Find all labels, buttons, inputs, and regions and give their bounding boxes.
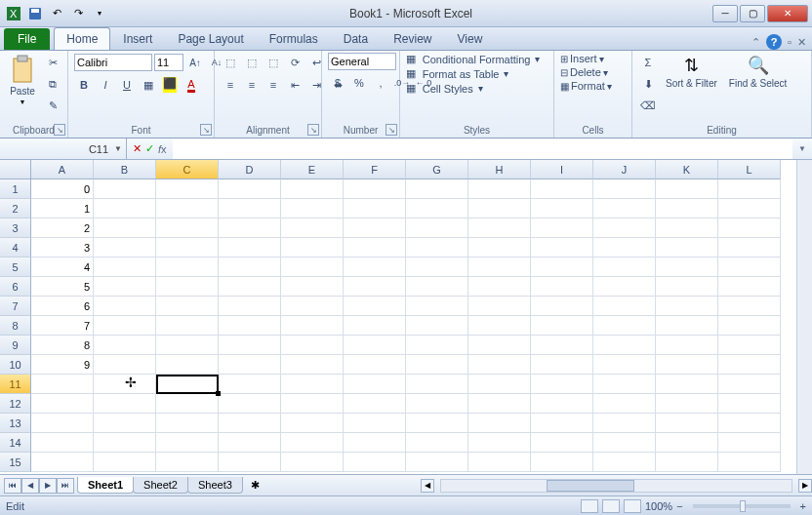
cell-I9[interactable] [531,336,593,355]
cell-D15[interactable] [219,453,281,472]
hscroll-left[interactable]: ◀ [421,479,434,493]
column-header-E[interactable]: E [281,160,344,179]
clipboard-launcher[interactable]: ↘ [54,124,65,136]
cell-K12[interactable] [656,394,718,414]
format-as-table-button[interactable]: ▦ Format as Table ▾ [406,67,508,80]
tab-data[interactable]: Data [331,27,381,50]
cell-F5[interactable] [344,258,406,277]
cell-I11[interactable] [531,375,593,394]
cell-K15[interactable] [656,453,718,472]
select-all-corner[interactable] [0,160,31,179]
fill-handle[interactable] [216,391,221,396]
fx-icon[interactable]: fx [158,143,167,155]
cell-J4[interactable] [593,238,656,258]
cell-E15[interactable] [281,453,344,472]
zoom-thumb[interactable] [740,500,746,512]
cell-H11[interactable] [468,375,531,394]
cell-F4[interactable] [344,238,406,258]
cell-D12[interactable] [219,394,281,414]
redo-icon[interactable]: ↷ [68,4,88,23]
cell-E10[interactable] [281,355,344,375]
cell-D14[interactable] [219,433,281,453]
insert-sheet-icon[interactable]: ✱ [247,478,264,494]
cell-E3[interactable] [281,218,344,238]
cell-A8[interactable]: 7 [31,316,94,336]
underline-button[interactable]: U [117,75,137,95]
number-format-select[interactable] [328,53,396,70]
cell-J12[interactable] [593,394,656,414]
enter-formula-icon[interactable]: ✓ [145,142,154,155]
cell-J1[interactable] [593,179,656,199]
cell-B11[interactable] [94,375,156,394]
cell-K7[interactable] [656,297,718,316]
restore-window-icon[interactable]: ▫ [788,36,792,48]
cell-J8[interactable] [593,316,656,336]
cell-G9[interactable] [406,336,468,355]
cell-I3[interactable] [531,218,593,238]
file-tab[interactable]: File [4,28,50,50]
page-layout-view-icon[interactable] [602,499,620,513]
row-header-4[interactable]: 4 [0,238,31,258]
cell-E2[interactable] [281,199,344,218]
sort-filter-button[interactable]: ⇅ Sort & Filter [662,53,721,91]
cell-B14[interactable] [94,433,156,453]
font-launcher[interactable]: ↘ [200,124,212,136]
align-bottom-icon[interactable]: ⬚ [264,53,283,72]
cell-C13[interactable] [156,414,219,433]
cell-L10[interactable] [718,355,781,375]
cell-C11[interactable] [156,375,219,394]
cell-E13[interactable] [281,414,344,433]
row-header-8[interactable]: 8 [0,316,31,336]
cell-L2[interactable] [718,199,781,218]
tab-view[interactable]: View [445,27,496,50]
cell-L1[interactable] [718,179,781,199]
find-select-button[interactable]: 🔍 Find & Select [725,53,791,91]
cell-B3[interactable] [94,218,156,238]
italic-button[interactable]: I [96,75,115,95]
cell-I5[interactable] [531,258,593,277]
cell-H13[interactable] [468,414,531,433]
cell-D13[interactable] [219,414,281,433]
font-color-icon[interactable]: A [182,75,201,95]
cell-D10[interactable] [219,355,281,375]
vertical-scrollbar[interactable] [796,160,812,474]
cell-D7[interactable] [219,297,281,316]
cell-K8[interactable] [656,316,718,336]
save-icon[interactable] [25,4,45,23]
cell-E11[interactable] [281,375,344,394]
cell-A1[interactable]: 0 [31,179,94,199]
border-icon[interactable]: ▦ [139,75,158,95]
name-box-dropdown-icon[interactable]: ▼ [114,144,122,153]
cell-D8[interactable] [219,316,281,336]
cell-E8[interactable] [281,316,344,336]
cell-K4[interactable] [656,238,718,258]
cell-H8[interactable] [468,316,531,336]
cell-J3[interactable] [593,218,656,238]
hscroll-right[interactable]: ▶ [798,479,812,493]
fill-color-icon[interactable]: ⬛ [160,75,180,95]
expand-formula-bar-icon[interactable]: ▼ [792,144,812,153]
cell-H2[interactable] [468,199,531,218]
horizontal-scrollbar[interactable] [440,479,792,493]
cell-I14[interactable] [531,433,593,453]
cell-E1[interactable] [281,179,344,199]
page-break-view-icon[interactable] [624,499,641,513]
cell-I8[interactable] [531,316,593,336]
cell-D1[interactable] [219,179,281,199]
zoom-out-button[interactable]: − [676,500,682,512]
autosum-icon[interactable]: Σ [638,53,658,72]
sheet-nav-last[interactable]: ⏭ [57,478,74,494]
column-header-G[interactable]: G [406,160,468,179]
cell-I6[interactable] [531,277,593,297]
cell-K3[interactable] [656,218,718,238]
orientation-icon[interactable]: ⟳ [285,53,304,72]
cell-I10[interactable] [531,355,593,375]
cell-F15[interactable] [344,453,406,472]
cell-H5[interactable] [468,258,531,277]
cell-K6[interactable] [656,277,718,297]
cell-C2[interactable] [156,199,219,218]
cell-H10[interactable] [468,355,531,375]
comma-icon[interactable]: , [371,73,390,93]
align-left-icon[interactable]: ≡ [221,75,240,95]
qat-customize-icon[interactable]: ▾ [90,4,109,23]
